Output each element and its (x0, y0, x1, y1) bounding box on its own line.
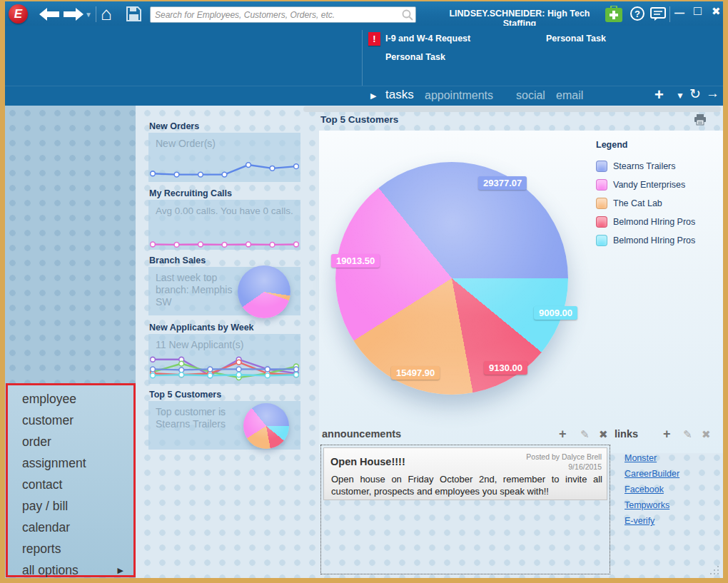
maximize-button[interactable]: □ (694, 4, 702, 19)
announcements-panel: Open House!!!! Posted by Dalyce Brell 9/… (320, 445, 610, 574)
announcement-meta: Posted by Dalyce Brell 9/16/2015 (526, 452, 602, 472)
add-task-icon[interactable]: + (654, 86, 664, 104)
filter-icon[interactable]: ▼ (676, 91, 684, 101)
link-facebook[interactable]: Facebook (625, 485, 664, 495)
help-icon[interactable]: ? (630, 6, 644, 21)
pie-value-label: 9130.00 (484, 361, 527, 375)
widget-recruiting-calls[interactable]: Avg 0.00 calls. You have 0 calls. (148, 200, 300, 250)
print-icon[interactable] (694, 114, 707, 128)
back-button[interactable] (39, 8, 59, 21)
widget-new-applicants[interactable]: 11 New Applicant(s) (148, 334, 300, 384)
tab-email[interactable]: email (556, 89, 583, 102)
tasks-divider (362, 30, 363, 86)
menu-item-employee[interactable]: employee (8, 388, 133, 410)
pie-value-label: 9009.00 (534, 306, 577, 320)
menu-item-reports[interactable]: reports (8, 538, 133, 559)
tab-appointments[interactable]: appointments (425, 89, 493, 102)
menu-item-customer[interactable]: customer (8, 410, 133, 431)
widget-title-branch-sales: Branch Sales (149, 255, 206, 265)
toolbar-divider (96, 6, 96, 22)
menu-item-calendar[interactable]: calendar (8, 517, 133, 538)
menu-item-order[interactable]: order (8, 431, 133, 452)
search-icon[interactable] (401, 9, 414, 21)
legend-item: Vandy Enterprises (596, 176, 723, 194)
task-item[interactable]: Personal Task (546, 34, 606, 44)
new-record-icon[interactable] (605, 6, 622, 25)
forward-button[interactable] (64, 8, 84, 21)
add-link-icon[interactable]: + (663, 427, 671, 442)
link-careerbuilder[interactable]: CareerBuilder (625, 469, 679, 479)
horizontal-scrollbar[interactable] (303, 106, 721, 112)
titlebar: E ▼ ⌂ LINDSEY.SCHNEIDER: High Tech Staff… (5, 1, 723, 26)
legend-swatch (596, 216, 607, 228)
legend-swatch (596, 161, 607, 172)
legend-swatch (596, 179, 607, 191)
link-monster[interactable]: Monster (625, 453, 657, 463)
top5-customers-mini-pie (243, 403, 289, 449)
save-icon[interactable] (126, 6, 141, 24)
delete-announcement-icon[interactable]: ✖ (599, 428, 608, 441)
chart-title: Top 5 Customers (320, 114, 398, 125)
app-logo[interactable]: E (9, 4, 28, 24)
announcements-header: announcements (322, 428, 401, 440)
window-controls-divider (669, 6, 670, 22)
recruiting-calls-sparkline (150, 232, 299, 249)
collapse-panel-icon[interactable]: ▶ (370, 91, 376, 101)
application-window: E ▼ ⌂ LINDSEY.SCHNEIDER: High Tech Staff… (0, 0, 728, 583)
widget-title-recruiting-calls: My Recruiting Calls (149, 188, 232, 198)
new-orders-sparkline (150, 157, 299, 181)
minimize-button[interactable]: — (674, 7, 684, 19)
edit-link-icon[interactable]: ✎ (683, 428, 692, 441)
pie-value-label: 15497.90 (391, 366, 440, 380)
pie-value-label: 29377.07 (478, 176, 527, 190)
widget-title-new-orders: New Orders (149, 121, 199, 131)
main-menu: employee customer order assignment conta… (6, 383, 136, 577)
home-icon[interactable]: ⌂ (101, 2, 112, 25)
add-announcement-icon[interactable]: + (559, 427, 567, 442)
global-search (150, 6, 416, 23)
links-header: links (615, 428, 638, 440)
branch-sales-pie (238, 265, 290, 318)
task-item[interactable]: I-9 and W-4 Request (385, 34, 470, 44)
urgent-task-icon: ! (368, 32, 380, 46)
legend-swatch (596, 198, 607, 209)
dashboard-content: employee customer order assignment conta… (5, 106, 723, 578)
widget-new-orders[interactable]: New Order(s) (148, 133, 300, 182)
legend-item: Belmond HIring Pros (596, 231, 723, 250)
link-tempworks[interactable]: Tempworks (625, 500, 669, 510)
tab-social[interactable]: social (516, 89, 545, 102)
submenu-arrow-icon: ▶ (118, 559, 123, 581)
tab-tasks[interactable]: tasks (385, 88, 414, 102)
edit-announcement-icon[interactable]: ✎ (580, 428, 590, 441)
pie-value-label: 19013.50 (331, 254, 380, 268)
link-everify[interactable]: E-verify (625, 516, 654, 526)
legend-swatch (596, 235, 607, 246)
history-dropdown-icon[interactable]: ▼ (85, 11, 92, 19)
chart-legend: Legend Stearns Trailers Vandy Enterprise… (596, 140, 723, 250)
resize-grip[interactable] (710, 566, 719, 574)
delete-link-icon[interactable]: ✖ (702, 428, 711, 441)
chat-icon[interactable] (650, 7, 666, 24)
open-panel-icon[interactable]: → (706, 86, 719, 101)
menu-item-pay-bill[interactable]: pay / bill (8, 495, 133, 517)
widget-title-new-applicants: New Applicants by Week (149, 323, 254, 333)
legend-item: The Cat Lab (596, 194, 723, 213)
legend-item: Belmond HIring Pros (596, 213, 723, 231)
top5-pie-chart[interactable] (335, 162, 568, 395)
header-tab-bar: ▶ tasks appointments social email + ▼ ↻ … (5, 86, 723, 106)
menu-item-contact[interactable]: contact (8, 474, 133, 495)
legend-item: Stearns Trailers (596, 157, 723, 176)
announcement-post[interactable]: Open House!!!! Posted by Dalyce Brell 9/… (323, 447, 607, 500)
new-applicants-sparkline (150, 350, 299, 383)
close-button[interactable]: ✖ (712, 5, 721, 18)
menu-item-all-options[interactable]: all options ▶ (8, 559, 133, 581)
widget-title-top5-customers: Top 5 Customers (149, 390, 221, 400)
task-item[interactable]: Personal Task (385, 52, 445, 62)
search-input[interactable] (151, 10, 401, 20)
refresh-icon[interactable]: ↻ (689, 86, 701, 102)
menu-item-assignment[interactable]: assignment (8, 452, 133, 474)
dashboard-header: ! I-9 and W-4 Request Personal Task Pers… (5, 26, 723, 106)
